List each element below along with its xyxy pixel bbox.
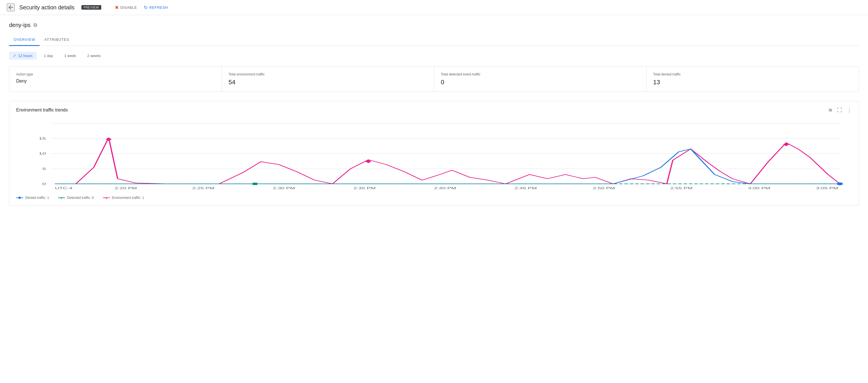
traffic-chart: 0 5 10 15 UTC-4 2:20 PM 2:25 PM 2:30 PM …: [16, 118, 852, 192]
page-title: Security action details: [19, 4, 74, 11]
stat-label-action-type: Action type: [16, 72, 215, 76]
svg-text:2:25 PM: 2:25 PM: [192, 187, 214, 190]
checkmark-icon: ✓: [13, 53, 17, 58]
stat-value-action-type: Deny: [16, 79, 215, 84]
legend-icon-denied: [16, 198, 23, 198]
svg-text:2:55 PM: 2:55 PM: [670, 187, 692, 190]
stat-label-detected-traffic: Total detected event traffic: [441, 72, 639, 76]
chart-controls: ≋ ⛶ ⋮: [828, 107, 852, 113]
disable-icon: ✖: [115, 5, 119, 10]
svg-text:2:30 PM: 2:30 PM: [273, 187, 295, 190]
svg-text:2:35 PM: 2:35 PM: [353, 187, 376, 190]
chart-header: Environment traffic trends ≋ ⛶ ⋮: [16, 107, 852, 113]
legend-denied: Denied traffic: 1: [16, 196, 49, 200]
copy-icon[interactable]: ⧉: [33, 22, 37, 28]
tab-attributes[interactable]: ATTRIBUTES: [40, 34, 74, 46]
stat-env-traffic: Total environment traffic 54: [222, 67, 434, 92]
chart-more-icon[interactable]: ⋮: [847, 107, 852, 113]
svg-text:5: 5: [42, 167, 46, 171]
stat-action-type: Action type Deny: [9, 67, 222, 92]
chart-title: Environment traffic trends: [16, 108, 68, 113]
svg-text:2:20 PM: 2:20 PM: [115, 187, 137, 190]
rule-name-row: deny-ips ⧉: [9, 22, 859, 28]
stat-label-env-traffic: Total environment traffic: [229, 72, 427, 76]
chart-lines-icon[interactable]: ≋: [828, 107, 833, 113]
stat-value-detected-traffic: 0: [441, 79, 639, 86]
legend-env: Environment traffic: 1: [103, 196, 144, 200]
svg-text:3:05 PM: 3:05 PM: [816, 187, 838, 190]
refresh-icon: ↻: [144, 5, 148, 10]
time-filter-2w[interactable]: 2 weeks: [83, 52, 105, 60]
main-content: deny-ips ⧉ OVERVIEW ATTRIBUTES ✓ 12 hour…: [0, 15, 868, 212]
svg-rect-24: [252, 183, 257, 185]
svg-text:15: 15: [38, 137, 46, 140]
disable-button[interactable]: ✖ DISABLE: [115, 5, 137, 10]
stats-row: Action type Deny Total environment traff…: [9, 66, 859, 92]
chart-legend: Denied traffic: 1 Detected traffic: 0 En…: [16, 196, 852, 200]
stat-denied-traffic: Total denied traffic 13: [647, 67, 859, 92]
chart-section: Environment traffic trends ≋ ⛶ ⋮ 0 5 10 …: [9, 101, 859, 206]
tab-overview[interactable]: OVERVIEW: [9, 34, 40, 46]
legend-icon-detected: [58, 198, 65, 198]
tabs: OVERVIEW ATTRIBUTES: [9, 34, 859, 46]
time-filter-1d[interactable]: 1 day: [40, 52, 57, 60]
page-header: Security action details PREVIEW ✖ DISABL…: [0, 0, 868, 15]
legend-label-detected: Detected traffic: 0: [67, 196, 94, 200]
svg-text:2:40 PM: 2:40 PM: [434, 187, 456, 190]
time-filter-12h[interactable]: ✓ 12 hours: [9, 52, 37, 60]
chart-wrapper: 0 5 10 15 UTC-4 2:20 PM 2:25 PM 2:30 PM …: [16, 118, 852, 193]
svg-text:3:00 PM: 3:00 PM: [748, 187, 770, 190]
stat-label-denied-traffic: Total denied traffic: [653, 72, 852, 76]
stat-value-denied-traffic: 13: [653, 79, 852, 86]
svg-text:2:50 PM: 2:50 PM: [593, 187, 615, 190]
svg-text:10: 10: [38, 152, 46, 155]
time-filters: ✓ 12 hours 1 day 1 week 2 weeks: [9, 52, 859, 60]
stat-detected-traffic: Total detected event traffic 0: [434, 67, 647, 92]
chart-fullscreen-icon[interactable]: ⛶: [837, 107, 842, 113]
preview-badge: PREVIEW: [82, 5, 101, 10]
svg-text:UTC-4: UTC-4: [55, 187, 73, 190]
refresh-button[interactable]: ↻ REFRESH: [144, 5, 168, 10]
legend-detected: Detected traffic: 0: [58, 196, 94, 200]
svg-text:0: 0: [42, 182, 46, 185]
time-filter-1w[interactable]: 1 week: [60, 52, 80, 60]
legend-label-env: Environment traffic: 1: [112, 196, 144, 200]
header-actions: ✖ DISABLE ↻ REFRESH: [115, 5, 168, 10]
legend-label-denied: Denied traffic: 1: [25, 196, 49, 200]
legend-icon-env: [103, 198, 110, 198]
svg-text:2:45 PM: 2:45 PM: [515, 187, 537, 190]
stat-value-env-traffic: 54: [229, 79, 427, 86]
back-button[interactable]: [7, 3, 15, 11]
svg-marker-20: [106, 138, 112, 141]
rule-name: deny-ips: [9, 22, 31, 28]
